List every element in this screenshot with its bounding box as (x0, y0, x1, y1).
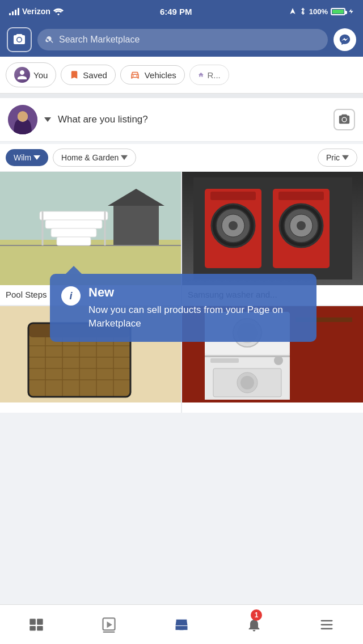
svg-rect-58 (37, 618, 43, 625)
category-filter-button[interactable]: Home & Garden (53, 149, 136, 167)
svg-rect-11 (40, 211, 108, 220)
washer-image (193, 177, 352, 279)
listing-title (182, 402, 363, 413)
svg-point-22 (229, 221, 238, 230)
filter-tabs: You Saved Vehicles R... (0, 57, 363, 94)
header: Search Marketplace (0, 23, 363, 57)
info-icon: i (61, 286, 81, 306)
svg-point-0 (57, 14, 59, 15)
search-icon (45, 35, 54, 44)
filter-tab-rentals[interactable]: R... (189, 65, 229, 85)
nav-item-notifications[interactable]: 1 (218, 605, 290, 644)
dropdown-arrow-icon (44, 117, 51, 122)
svg-rect-29 (278, 192, 324, 200)
notification-count: 1 (255, 611, 259, 619)
store-icon (174, 617, 189, 633)
listing-camera-button[interactable] (334, 109, 355, 130)
play-icon (101, 617, 117, 633)
chevron-down-icon (33, 155, 40, 160)
filter-tab-vehicles[interactable]: Vehicles (120, 65, 185, 84)
rentals-tab-label: R... (207, 70, 220, 80)
tooltip-arrow (66, 266, 82, 274)
bookmark-icon (69, 69, 79, 80)
svg-rect-67 (321, 628, 333, 629)
category-label: Home & Garden (61, 153, 119, 162)
listing-prompt: What are you listing? (58, 114, 327, 125)
newsfeed-icon (28, 617, 44, 633)
filter-tab-saved[interactable]: Saved (61, 65, 116, 85)
main-content: What are you listing? i New Now you can … (0, 98, 363, 452)
home-icon (198, 69, 204, 80)
svg-rect-60 (37, 626, 43, 630)
person-icon (16, 69, 28, 80)
listing-input[interactable]: What are you listing? (44, 114, 327, 125)
vehicles-tab-label: Vehicles (145, 70, 176, 80)
bottom-spacer (0, 413, 363, 452)
bluetooth-icon (299, 7, 306, 15)
tooltip-title: New (88, 285, 305, 300)
listing-image-washer (182, 172, 363, 285)
svg-rect-59 (29, 626, 36, 630)
svg-marker-62 (107, 621, 112, 628)
status-right: 100% (289, 7, 354, 16)
status-left: Verizon (9, 7, 64, 16)
listing-title (0, 402, 181, 413)
location-filter-button[interactable]: Wilm (6, 149, 48, 166)
location-label: Wilm (14, 153, 31, 162)
menu-icon (319, 617, 335, 633)
you-tab-label: You (33, 70, 48, 80)
svg-rect-63 (103, 631, 115, 632)
price-filter-button[interactable]: Pric (318, 149, 357, 167)
camera-button[interactable] (7, 27, 32, 52)
notification-badge: 1 (251, 609, 262, 621)
svg-rect-65 (321, 620, 333, 621)
svg-rect-52 (210, 358, 239, 363)
carrier-label: Verizon (22, 7, 50, 16)
tooltip-content: i New Now you can sell products from you… (61, 285, 305, 331)
wifi-icon (53, 7, 64, 15)
user-avatar-small (14, 67, 30, 83)
filter-tab-you[interactable]: You (6, 62, 56, 87)
svg-point-2 (136, 75, 137, 77)
status-bar: Verizon 6:49 PM 100% (0, 0, 363, 23)
nav-item-marketplace[interactable] (145, 605, 218, 644)
svg-point-28 (297, 221, 306, 230)
svg-rect-13 (51, 228, 96, 237)
svg-rect-14 (57, 237, 91, 245)
nav-item-menu[interactable] (290, 605, 363, 644)
signal-icon (9, 7, 19, 15)
tooltip-text: New Now you can sell products from your … (88, 285, 305, 331)
section-divider (0, 94, 363, 98)
user-avatar-icon (8, 105, 37, 134)
nav-item-newsfeed[interactable] (0, 605, 73, 644)
charging-icon (348, 7, 354, 15)
svg-point-56 (240, 376, 254, 389)
search-bar[interactable]: Search Marketplace (37, 29, 328, 50)
svg-rect-12 (45, 220, 102, 228)
camera-add-icon (338, 113, 351, 126)
battery-percent: 100% (309, 7, 328, 16)
time-display: 6:49 PM (160, 7, 192, 16)
svg-rect-64 (180, 627, 184, 630)
battery-icon (331, 8, 345, 15)
price-chevron-icon (342, 154, 349, 161)
messenger-button[interactable] (334, 28, 356, 51)
nav-item-watch[interactable] (73, 605, 145, 644)
category-chevron-icon (121, 154, 128, 161)
filter-row: Wilm Home & Garden Pric (0, 144, 363, 172)
svg-point-53 (274, 356, 283, 365)
info-symbol: i (69, 290, 72, 302)
tooltip-body: Now you can sell products from your Page… (88, 303, 305, 331)
svg-point-5 (18, 111, 28, 121)
price-label: Pric (326, 153, 340, 162)
pool-steps-image (0, 172, 181, 285)
svg-rect-23 (210, 192, 256, 200)
car-icon (129, 70, 141, 80)
bottom-navigation: 1 (0, 604, 363, 644)
svg-rect-66 (321, 624, 333, 625)
svg-point-1 (132, 75, 133, 77)
create-listing-section: What are you listing? (0, 98, 363, 142)
new-feature-tooltip: i New Now you can sell products from you… (50, 274, 316, 342)
saved-tab-label: Saved (83, 70, 107, 80)
listing-image-pool-steps (0, 172, 181, 285)
